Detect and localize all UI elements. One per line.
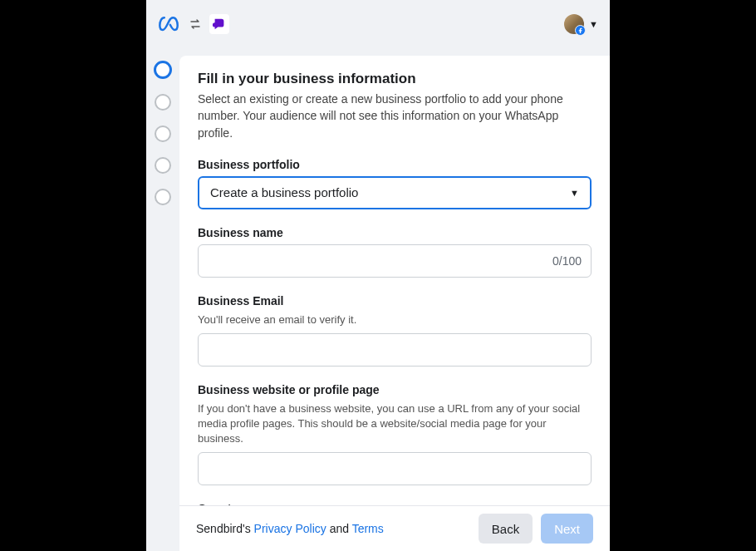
chevron-down-icon: ▼ (570, 188, 579, 198)
business-website-field: Business website or profile page If you … (198, 383, 592, 485)
back-button[interactable]: Back (479, 514, 533, 544)
legal-prefix: Sendbird's (196, 522, 254, 535)
portfolio-value: Create a business portfolio (210, 185, 358, 199)
business-email-input[interactable] (198, 333, 592, 367)
facebook-badge-icon (575, 25, 586, 36)
country-label: Country (198, 502, 592, 505)
terms-link[interactable]: Terms (352, 522, 384, 535)
top-bar: ▼ (146, 0, 610, 47)
footer-buttons: Back Next (479, 514, 593, 544)
step-1[interactable] (154, 61, 172, 79)
topbar-right: ▼ (564, 14, 598, 34)
business-email-field: Business Email You'll receive an email t… (198, 294, 592, 367)
page-title: Fill in your business information (198, 71, 592, 87)
main-row: Fill in your business information Select… (146, 47, 610, 505)
stepper (146, 47, 179, 505)
website-label: Business website or profile page (198, 383, 592, 396)
form-panel: Fill in your business information Select… (179, 56, 610, 505)
business-website-input[interactable] (198, 452, 592, 485)
next-button[interactable]: Next (541, 514, 593, 544)
switch-icon[interactable] (188, 17, 203, 32)
page-subtitle: Select an existing or create a new busin… (198, 91, 592, 141)
name-char-count: 0/100 (552, 254, 582, 268)
email-label: Business Email (198, 294, 592, 307)
meta-logo-icon[interactable] (158, 12, 181, 36)
business-name-input[interactable] (198, 244, 592, 278)
privacy-link[interactable]: Privacy Policy (254, 522, 326, 535)
step-3[interactable] (155, 125, 171, 142)
step-5[interactable] (155, 189, 171, 205)
step-2[interactable] (155, 94, 171, 111)
app-viewport: ▼ Fill in your business information Sele… (146, 0, 610, 551)
sendbird-app-icon[interactable] (209, 14, 229, 34)
profile-caret-icon[interactable]: ▼ (589, 19, 598, 29)
profile-avatar[interactable] (564, 14, 584, 34)
email-help: You'll receive an email to verify it. (198, 312, 592, 327)
website-help: If you don't have a business website, yo… (198, 401, 592, 445)
portfolio-label: Business portfolio (198, 158, 592, 171)
business-portfolio-field: Business portfolio Create a business por… (198, 158, 592, 209)
footer: Sendbird's Privacy Policy and Terms Back… (179, 505, 610, 551)
business-name-field: Business name 0/100 (198, 226, 592, 278)
topbar-left (158, 12, 229, 36)
step-4[interactable] (155, 157, 171, 174)
country-field: Country Select a Country ▼ (198, 502, 592, 505)
legal-text: Sendbird's Privacy Policy and Terms (196, 522, 384, 535)
portfolio-select[interactable]: Create a business portfolio ▼ (198, 176, 592, 209)
name-label: Business name (198, 226, 592, 239)
legal-and: and (326, 522, 352, 535)
